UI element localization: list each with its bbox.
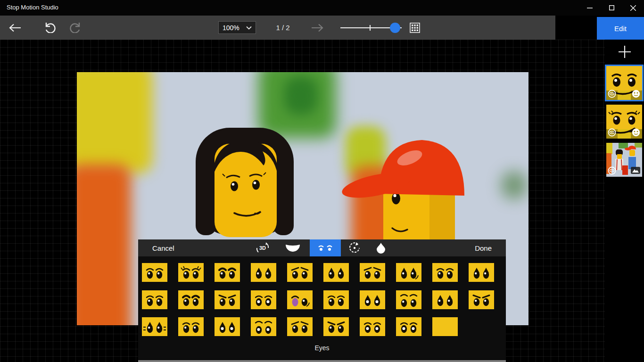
minimize-icon xyxy=(587,5,593,11)
redo-button[interactable] xyxy=(65,16,86,40)
title-bar: Stop Motion Studio xyxy=(0,0,644,16)
app-window: Stop Motion Studio 100% 1 / 2 xyxy=(0,0,644,362)
zoom-level-select[interactable]: 100% xyxy=(218,21,256,34)
forward-button[interactable] xyxy=(307,16,328,40)
slider-center-tick xyxy=(370,25,371,31)
forward-arrow-icon xyxy=(311,24,323,32)
close-icon xyxy=(630,5,636,11)
frame-indicator: 1 / 2 xyxy=(264,16,302,40)
eye-design-tile-3[interactable] xyxy=(215,263,240,282)
eye-design-tile-6[interactable] xyxy=(323,263,349,282)
3d-rotate-icon: 3D xyxy=(256,241,270,255)
eye-design-tile-27[interactable] xyxy=(360,317,385,336)
rotate-icon xyxy=(348,242,361,254)
tab-rotate[interactable] xyxy=(340,239,369,256)
male-face-thumb-image xyxy=(606,66,642,100)
frames-sidebar xyxy=(605,40,644,362)
eye-design-tile-9[interactable] xyxy=(432,263,458,282)
eye-design-tile-26[interactable] xyxy=(323,317,349,336)
eye-design-tile-13[interactable] xyxy=(215,290,240,309)
cancel-button[interactable]: Cancel xyxy=(152,239,174,256)
eye-design-tile-28[interactable] xyxy=(396,317,421,336)
editor-panel-header: Cancel 3D xyxy=(138,239,506,256)
tab-3d-rotate[interactable]: 3D xyxy=(248,239,277,256)
maximize-icon xyxy=(609,5,614,10)
eye-tile-row-3 xyxy=(142,317,458,336)
eye-design-tile-17[interactable] xyxy=(360,290,385,309)
eye-design-tile-19[interactable] xyxy=(432,290,458,309)
eye-design-tile-21[interactable] xyxy=(142,317,167,336)
frame-thumbnail-male-face[interactable] xyxy=(606,66,642,100)
redo-icon xyxy=(70,23,81,33)
chevron-down-icon xyxy=(246,26,252,30)
zoom-level-value: 100% xyxy=(223,24,239,32)
done-button[interactable]: Done xyxy=(475,239,492,256)
eye-design-tile-12[interactable] xyxy=(178,290,204,309)
eye-design-tile-8[interactable] xyxy=(396,263,421,282)
eyes-icon xyxy=(317,243,333,253)
slider-handle[interactable] xyxy=(390,23,400,33)
tab-color-drop[interactable] xyxy=(366,239,396,256)
image-icon[interactable] xyxy=(631,167,640,174)
eye-design-tile-5[interactable] xyxy=(287,263,313,282)
face-icon[interactable] xyxy=(632,129,640,136)
tab-mouth[interactable] xyxy=(278,239,307,256)
frame-thumbnail-scene[interactable] xyxy=(606,143,642,177)
category-label: Eyes xyxy=(138,344,506,352)
eye-design-tile-2[interactable] xyxy=(178,263,204,282)
eye-design-tile-29[interactable] xyxy=(432,317,458,336)
minimize-button[interactable] xyxy=(579,0,601,16)
eye-design-tile-7[interactable] xyxy=(360,263,385,282)
plus-icon xyxy=(617,44,632,59)
maximize-button[interactable] xyxy=(601,0,622,16)
grid-icon xyxy=(410,23,420,33)
close-button[interactable] xyxy=(622,0,644,16)
frame-thumbnail-female-face[interactable] xyxy=(606,105,642,139)
add-frame-button[interactable] xyxy=(616,43,633,60)
eye-design-tile-25[interactable] xyxy=(287,317,313,336)
eye-design-tile-14[interactable] xyxy=(251,290,276,309)
back-button[interactable] xyxy=(5,16,25,40)
editor-panel: Cancel 3D xyxy=(138,239,506,362)
eye-tile-row-1 xyxy=(142,263,494,282)
eye-design-tile-20[interactable] xyxy=(469,290,494,309)
eye-design-tile-4[interactable] xyxy=(251,263,276,282)
mouth-icon xyxy=(285,244,300,252)
eye-design-tile-16[interactable] xyxy=(323,290,349,309)
droplet-icon xyxy=(376,242,386,254)
eye-design-tile-23[interactable] xyxy=(215,317,240,336)
eye-tile-row-2 xyxy=(142,290,494,309)
eye-design-tile-18[interactable] xyxy=(396,290,421,309)
eye-design-tile-22[interactable] xyxy=(178,317,204,336)
eye-design-tile-24[interactable] xyxy=(251,317,276,336)
eye-design-tile-15[interactable] xyxy=(287,290,313,309)
opacity-slider xyxy=(339,16,405,40)
undo-icon xyxy=(44,23,56,33)
back-arrow-icon xyxy=(9,24,21,32)
grid-toggle-button[interactable] xyxy=(405,16,425,40)
eye-design-tile-1[interactable] xyxy=(142,263,167,282)
eye-design-tile-11[interactable] xyxy=(142,290,167,309)
eye-design-tile-10[interactable] xyxy=(469,263,494,282)
toolbar: 100% 1 / 2 xyxy=(0,16,555,40)
svg-text:3D: 3D xyxy=(259,245,266,251)
edit-button[interactable]: Edit xyxy=(597,17,644,40)
panel-bottom-edge xyxy=(138,360,506,362)
female-face-thumb-image xyxy=(606,105,642,139)
tab-eyes[interactable] xyxy=(310,239,341,256)
scene-thumb-image xyxy=(606,143,642,177)
undo-button[interactable] xyxy=(40,16,60,40)
face-icon[interactable] xyxy=(632,90,640,98)
app-title: Stop Motion Studio xyxy=(7,4,58,11)
